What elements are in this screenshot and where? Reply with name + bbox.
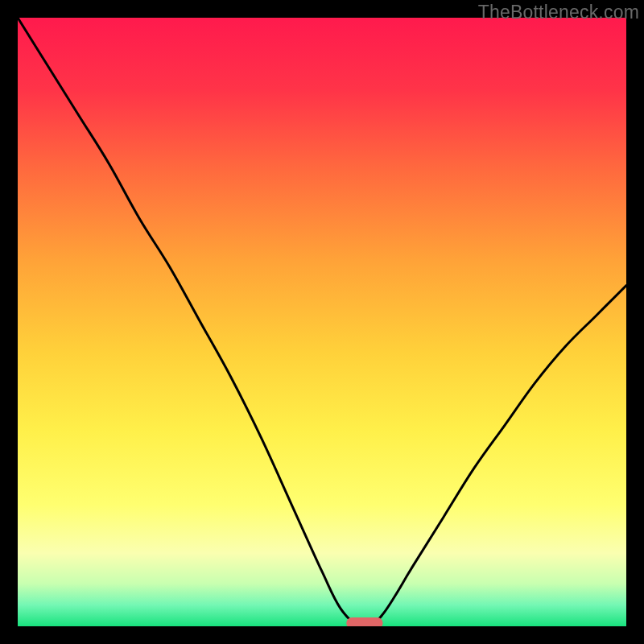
optimum-marker [346,617,382,626]
chart-frame [18,18,626,626]
watermark-text: TheBottleneck.com [478,2,639,23]
bottleneck-chart [18,18,626,626]
gradient-background [18,18,626,626]
